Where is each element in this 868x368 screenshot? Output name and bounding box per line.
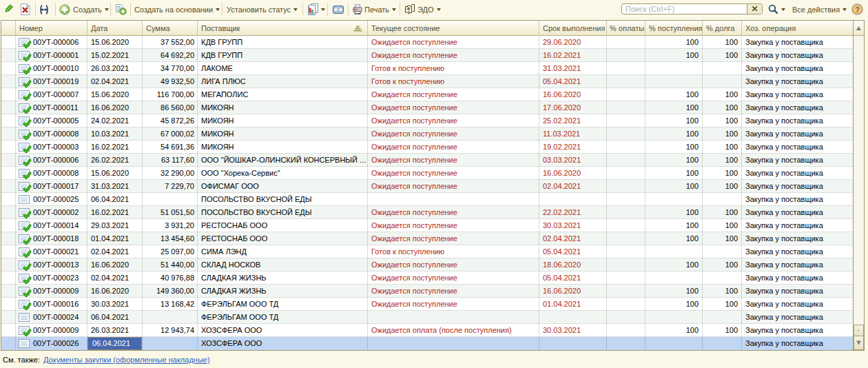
svg-text:?: ? (855, 6, 860, 14)
svg-text:я: я (408, 11, 410, 15)
